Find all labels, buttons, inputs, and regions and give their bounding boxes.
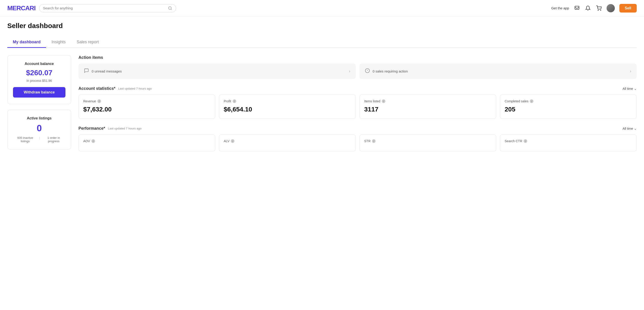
search-bar[interactable] (39, 4, 176, 12)
cart-icon[interactable] (596, 5, 602, 11)
perf-aov-label: AOV i (83, 139, 210, 143)
balance-amount: $260.07 (13, 69, 66, 77)
notifications-icon[interactable] (585, 5, 591, 11)
search-ctr-info-icon[interactable]: i (524, 139, 527, 143)
stat-items-listed-label: Items listed i (364, 99, 492, 103)
all-time-label: All time (622, 87, 633, 90)
performance-chevron-down-icon: ⌄ (634, 127, 637, 130)
action-items-row: 0 unread messages › 0 sales requiring ac… (78, 64, 637, 79)
active-listings-count: 0 (13, 123, 66, 133)
performance-all-time-label: All time (622, 127, 633, 130)
completed-sales-info-icon[interactable]: i (530, 99, 534, 103)
stat-completed-sales-value: 205 (505, 106, 632, 113)
search-input[interactable] (43, 6, 166, 10)
unread-messages-item[interactable]: 0 unread messages › (78, 64, 356, 79)
listings-meta: 935 inactive listings | 1 order in progr… (13, 136, 66, 143)
active-listings-card: Active listings 0 935 inactive listings … (7, 110, 71, 150)
perf-str-label: STR i (364, 139, 492, 143)
in-process-amount: In process $51.96 (13, 79, 66, 82)
aov-info-icon[interactable]: i (92, 139, 95, 143)
messages-icon[interactable] (574, 5, 580, 11)
avatar-image (606, 4, 615, 12)
account-balance-card: Account balance $260.07 In process $51.9… (7, 55, 71, 104)
logo[interactable]: MERCARI (7, 4, 36, 12)
header-right: Get the app Sell (551, 4, 637, 12)
account-statistics-all-time[interactable]: All time ⌄ (622, 87, 637, 90)
action-items-title: Action items (78, 55, 637, 60)
action-items-section: Action items 0 unread messages › (78, 55, 637, 79)
stat-profit-value: $6,654.10 (224, 106, 351, 113)
chevron-right-icon-2: › (630, 69, 631, 74)
str-info-icon[interactable]: i (372, 139, 376, 143)
main-layout: Account balance $260.07 In process $51.9… (7, 55, 637, 151)
stat-profit: Profit i $6,654.10 (219, 95, 356, 119)
stat-revenue: Revenue i $7,632.00 (78, 95, 215, 119)
perf-search-ctr-label: Search CTR i (505, 139, 632, 143)
svg-point-4 (600, 10, 601, 10)
svg-line-1 (171, 9, 172, 9)
tab-my-dashboard[interactable]: My dashboard (7, 37, 46, 48)
sidebar: Account balance $260.07 In process $51.9… (7, 55, 71, 151)
perf-search-ctr: Search CTR i (500, 134, 637, 151)
tab-sales-report[interactable]: Sales report (71, 37, 104, 48)
search-icon (168, 6, 172, 10)
performance-header: Performance* Last updated 7 hours ago Al… (78, 126, 637, 131)
account-statistics-header: Account statistics* Last updated 7 hours… (78, 86, 637, 91)
message-icon (84, 68, 89, 74)
account-statistics-title: Account statistics* (78, 86, 116, 91)
revenue-info-icon[interactable]: i (98, 99, 101, 103)
perf-alv-label: ALV i (224, 139, 351, 143)
alv-info-icon[interactable]: i (231, 139, 234, 143)
perf-alv: ALV i (219, 134, 356, 151)
performance-title: Performance* (78, 126, 105, 131)
account-statistics-section: Account statistics* Last updated 7 hours… (78, 86, 637, 119)
content: Action items 0 unread messages › (78, 55, 637, 151)
performance-all-time[interactable]: All time ⌄ (622, 127, 637, 130)
stats-grid: Revenue i $7,632.00 Profit i $6,654.10 (78, 95, 637, 119)
stat-items-listed-value: 3117 (364, 106, 492, 113)
stat-revenue-value: $7,632.00 (83, 106, 210, 113)
stat-items-listed: Items listed i 3117 (360, 95, 496, 119)
profit-info-icon[interactable]: i (232, 99, 236, 103)
active-listings-title: Active listings (13, 116, 66, 120)
sell-button[interactable]: Sell (619, 4, 637, 12)
account-balance-title: Account balance (13, 62, 66, 66)
chevron-down-icon: ⌄ (634, 87, 637, 90)
sales-requiring-action-text: 0 sales requiring action (373, 69, 627, 73)
stat-completed-sales-label: Completed sales i (505, 99, 632, 103)
page-title: Seller dashboard (7, 22, 637, 30)
stat-revenue-label: Revenue i (83, 99, 210, 103)
svg-point-3 (598, 10, 598, 10)
performance-updated: Last updated 7 hours ago (108, 127, 142, 130)
withdraw-balance-button[interactable]: Withdraw balance (13, 87, 66, 98)
stat-profit-label: Profit i (224, 99, 351, 103)
alert-icon (365, 68, 370, 74)
avatar[interactable] (606, 4, 615, 12)
svg-point-0 (168, 6, 171, 9)
tabs: My dashboard Insights Sales report (7, 37, 637, 48)
orders-in-progress: 1 order in progress (42, 136, 66, 143)
chevron-right-icon: › (349, 69, 350, 74)
stat-completed-sales: Completed sales i 205 (500, 95, 637, 119)
performance-section: Performance* Last updated 7 hours ago Al… (78, 126, 637, 151)
header: MERCARI Get the app Sell (0, 0, 644, 16)
items-listed-info-icon[interactable]: i (382, 99, 386, 103)
perf-aov: AOV i (78, 134, 215, 151)
performance-grid: AOV i ALV i STR i (78, 134, 637, 151)
separator: | (39, 136, 40, 143)
get-app-link[interactable]: Get the app (551, 6, 569, 10)
inactive-listings: 935 inactive listings (13, 136, 38, 143)
perf-str: STR i (360, 134, 496, 151)
unread-messages-text: 0 unread messages (92, 69, 346, 73)
account-statistics-updated: Last updated 7 hours ago (118, 87, 152, 90)
page-content: Seller dashboard My dashboard Insights S… (0, 16, 644, 151)
sales-requiring-action-item[interactable]: 0 sales requiring action › (360, 64, 637, 79)
tab-insights[interactable]: Insights (46, 37, 71, 48)
